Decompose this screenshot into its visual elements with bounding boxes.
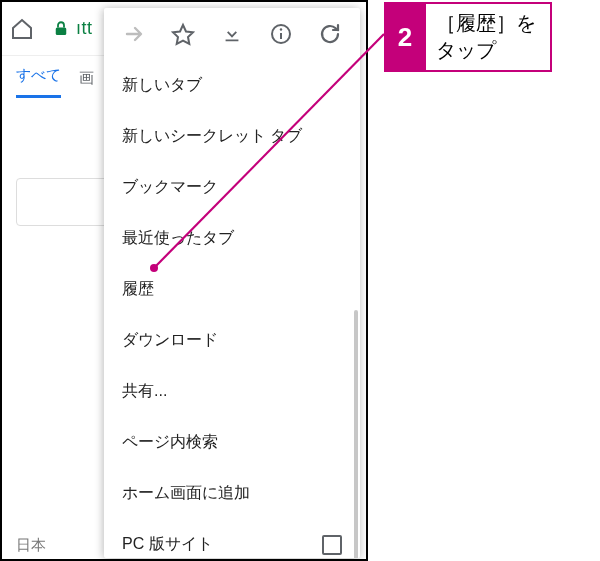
- menu-item-label: 新しいタブ: [122, 75, 202, 96]
- menu-item-new-tab[interactable]: 新しいタブ: [104, 60, 360, 111]
- overflow-menu: 新しいタブ 新しいシークレット タブ ブックマーク 最近使ったタブ 履歴 ダウン…: [104, 8, 360, 558]
- menu-item-label: PC 版サイト: [122, 534, 213, 555]
- menu-item-find-in-page[interactable]: ページ内検索: [104, 417, 360, 468]
- star-icon[interactable]: [161, 22, 205, 46]
- menu-list: 新しいタブ 新しいシークレット タブ ブックマーク 最近使ったタブ 履歴 ダウン…: [104, 60, 360, 558]
- instruction-callout: 2 ［履歴］を タップ: [384, 2, 552, 72]
- footer-region: 日本: [16, 536, 46, 555]
- svg-point-4: [280, 28, 282, 30]
- svg-rect-0: [56, 27, 67, 35]
- desktop-site-checkbox[interactable]: [322, 535, 342, 555]
- menu-item-label: 共有...: [122, 381, 167, 402]
- tab-images[interactable]: 画: [79, 69, 94, 98]
- download-icon[interactable]: [210, 23, 254, 45]
- callout-text: ［履歴］を タップ: [426, 2, 552, 72]
- menu-toolbar: [104, 8, 360, 60]
- menu-item-desktop-site[interactable]: PC 版サイト: [104, 519, 360, 558]
- menu-item-label: 履歴: [122, 279, 154, 300]
- home-icon[interactable]: [10, 17, 34, 41]
- callout-step-number: 2: [384, 2, 426, 72]
- phone-frame: ıtt すべて 画 日本 新しいタブ: [0, 0, 368, 561]
- tab-all[interactable]: すべて: [16, 66, 61, 98]
- menu-item-bookmarks[interactable]: ブックマーク: [104, 162, 360, 213]
- menu-item-label: ダウンロード: [122, 330, 218, 351]
- menu-scrollbar[interactable]: [354, 310, 358, 558]
- menu-item-history[interactable]: 履歴: [104, 264, 360, 315]
- svg-marker-1: [173, 25, 193, 44]
- menu-item-add-to-home[interactable]: ホーム画面に追加: [104, 468, 360, 519]
- menu-item-label: 最近使ったタブ: [122, 228, 234, 249]
- menu-item-label: ホーム画面に追加: [122, 483, 250, 504]
- url-fragment[interactable]: ıtt: [76, 18, 93, 39]
- menu-item-downloads[interactable]: ダウンロード: [104, 315, 360, 366]
- menu-item-recent-tabs[interactable]: 最近使ったタブ: [104, 213, 360, 264]
- forward-icon[interactable]: [112, 22, 156, 46]
- info-icon[interactable]: [259, 22, 303, 46]
- menu-item-label: ブックマーク: [122, 177, 218, 198]
- menu-item-share[interactable]: 共有...: [104, 366, 360, 417]
- reload-icon[interactable]: [308, 22, 352, 46]
- lock-icon: [52, 20, 70, 38]
- menu-item-new-incognito[interactable]: 新しいシークレット タブ: [104, 111, 360, 162]
- menu-item-label: ページ内検索: [122, 432, 218, 453]
- menu-item-label: 新しいシークレット タブ: [122, 126, 302, 147]
